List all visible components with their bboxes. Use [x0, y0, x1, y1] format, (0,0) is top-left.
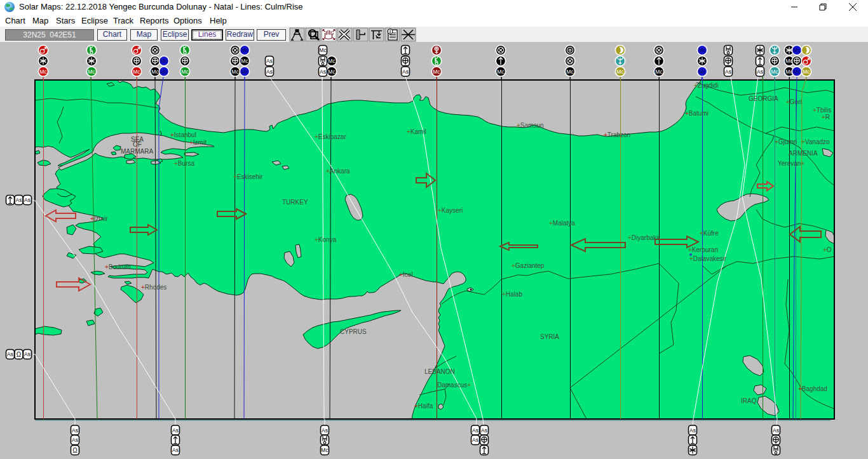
svg-text:As: As	[472, 437, 478, 443]
svg-text:Ω: Ω	[72, 447, 78, 454]
svg-text:SYRIA: SYRIA	[540, 333, 559, 340]
svg-text:Mc: Mc	[241, 69, 248, 75]
svg-text:+Gjumri: +Gjumri	[775, 138, 797, 145]
svg-text:+Bodrum: +Bodrum	[105, 263, 131, 270]
svg-text:+Ankara: +Ankara	[326, 168, 350, 175]
svg-text:+Eskisehir: +Eskisehir	[233, 173, 263, 180]
svg-text:As: As	[16, 197, 22, 203]
svg-text:+Kerburan: +Kerburan	[688, 246, 718, 253]
svg-text:MARMARA: MARMARA	[121, 148, 153, 155]
svg-text:Mc: Mc	[133, 69, 140, 75]
svg-text:As: As	[7, 351, 13, 357]
svg-text:As: As	[402, 69, 409, 75]
svg-text:Mc: Mc	[698, 69, 706, 75]
svg-text:+Istanbul: +Istanbul	[170, 131, 196, 138]
svg-text:Mc: Mc	[328, 58, 336, 64]
svg-text:Mc: Mc	[39, 69, 47, 75]
svg-text:IRAQ: IRAQ	[741, 397, 757, 404]
svg-text:As: As	[320, 69, 326, 75]
svg-text:+Vanadzo: +Vanadzo	[801, 138, 830, 145]
svg-text:Damascus+: Damascus+	[437, 382, 471, 389]
svg-text:CYPRUS: CYPRUS	[340, 328, 367, 335]
svg-text:As: As	[322, 427, 328, 434]
svg-text:Mc: Mc	[160, 69, 168, 75]
svg-text:+Kamil: +Kamil	[407, 128, 426, 135]
svg-text:As: As	[472, 427, 478, 434]
svg-text:+Kayseri: +Kayseri	[438, 207, 463, 214]
svg-text:+Zugdidi: +Zugdidi	[694, 82, 719, 89]
svg-text:Mc: Mc	[160, 58, 168, 64]
svg-text:As: As	[72, 427, 78, 434]
svg-text:As: As	[24, 351, 31, 357]
svg-text:LEBANON: LEBANON	[424, 368, 455, 375]
svg-text:+Tbilis: +Tbilis	[813, 107, 831, 114]
svg-text:+Bursa: +Bursa	[174, 160, 194, 167]
svg-text:Mc: Mc	[433, 69, 440, 75]
svg-text:Mc: Mc	[793, 69, 801, 75]
svg-text:+Izmir: +Izmir	[90, 215, 108, 222]
svg-text:Mc: Mc	[655, 69, 663, 75]
svg-text:As: As	[725, 69, 731, 75]
svg-text:+Batumi: +Batumi	[685, 110, 709, 117]
svg-text:+Konya: +Konya	[315, 236, 337, 243]
svg-text:+Trabzon: +Trabzon	[604, 131, 630, 138]
svg-text:+Diyarbakir: +Diyarbakir	[628, 234, 661, 241]
svg-text:Mc: Mc	[321, 447, 329, 453]
svg-text:Mc: Mc	[616, 69, 624, 75]
svg-text:As: As	[172, 447, 179, 453]
svg-text:OF: OF	[133, 141, 142, 148]
svg-text:+Küfre: +Küfre	[700, 230, 719, 237]
svg-text:As: As	[72, 437, 78, 443]
svg-text:+Halab: +Halab	[502, 291, 522, 298]
svg-text:As: As	[481, 427, 487, 434]
svg-text:+Dalavakesir: +Dalavakesir	[689, 255, 727, 262]
svg-text:+Izmit: +Izmit	[189, 139, 207, 146]
svg-text:Mc: Mc	[497, 69, 505, 75]
svg-text:Mc: Mc	[231, 69, 239, 75]
svg-text:+Malatya: +Malatya	[549, 220, 575, 227]
svg-text:+O: +O	[823, 246, 832, 253]
svg-text:As: As	[24, 197, 31, 203]
svg-text:Mc: Mc	[241, 58, 248, 64]
svg-text:TURKEY: TURKEY	[282, 199, 308, 206]
svg-text:GEORGIA: GEORGIA	[749, 95, 778, 102]
svg-text:Mc: Mc	[88, 69, 95, 75]
svg-text:As: As	[172, 427, 179, 434]
svg-text:+Icel: +Icel	[399, 271, 412, 278]
svg-text:Mc: Mc	[803, 69, 810, 75]
svg-text:Mc: Mc	[698, 47, 706, 53]
svg-text:As: As	[757, 69, 763, 75]
svg-text:+Haifa: +Haifa	[414, 402, 433, 409]
svg-text:+Gaziantep: +Gaziantep	[512, 262, 545, 269]
svg-text:Mc: Mc	[151, 69, 159, 75]
svg-text:As: As	[773, 427, 779, 434]
svg-text:+R: +R	[822, 114, 830, 121]
svg-text:+Rhodes: +Rhodes	[141, 284, 166, 291]
svg-text:Mc: Mc	[793, 47, 801, 53]
svg-text:Mc: Mc	[328, 69, 336, 75]
svg-text:ARMENIA: ARMENIA	[789, 150, 818, 157]
svg-text:Mc: Mc	[566, 69, 574, 75]
svg-text:+Samsun: +Samsun	[517, 122, 544, 129]
svg-text:Mc: Mc	[319, 47, 327, 53]
svg-text:As: As	[266, 58, 273, 64]
svg-text:Ω: Ω	[17, 351, 22, 358]
svg-text:Mc: Mc	[181, 69, 189, 75]
svg-text:Mc: Mc	[241, 47, 248, 53]
svg-text:As: As	[689, 427, 696, 434]
svg-text:+Baghdad: +Baghdad	[798, 385, 827, 392]
svg-text:+Gori: +Gori	[786, 98, 802, 105]
svg-text:Mc: Mc	[771, 69, 778, 75]
svg-text:As: As	[266, 69, 273, 75]
svg-text:Yerevan+: Yerevan+	[778, 160, 804, 167]
svg-text:+Eskipazar: +Eskipazar	[315, 133, 346, 140]
